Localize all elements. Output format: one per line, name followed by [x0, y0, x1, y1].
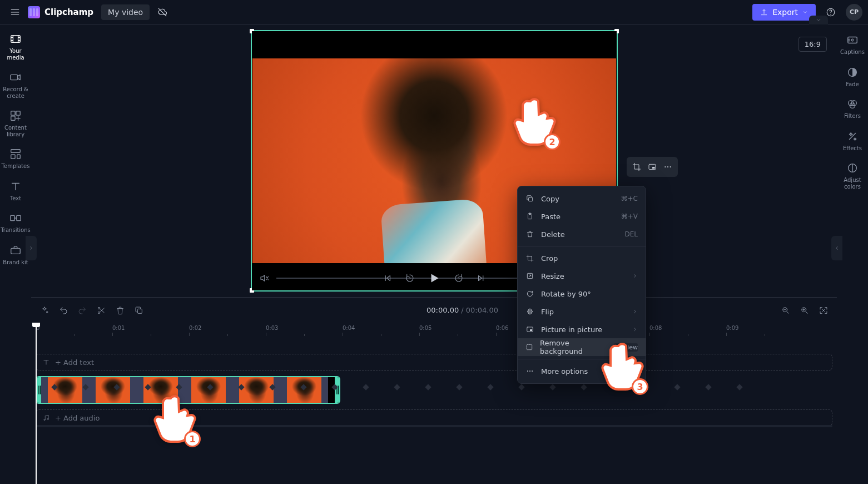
ruler-tick-label: 0:05 — [419, 325, 431, 331]
pip-icon — [525, 325, 534, 334]
svg-rect-12 — [11, 248, 21, 254]
sidebar-label: Transitions — [1, 227, 31, 234]
ctx-label: Crop — [541, 254, 558, 263]
pip-button[interactable] — [644, 159, 660, 175]
play-button[interactable] — [425, 269, 443, 287]
timeline-toolbar: 00:00.00 / 00:04.00 — [31, 297, 837, 323]
ctx-label: Paste — [541, 213, 561, 221]
ctx-resize[interactable]: Resize — [518, 267, 646, 285]
sidebar-label: Brand kit — [3, 259, 28, 266]
sidebar-label: Fade — [846, 81, 859, 88]
user-avatar[interactable]: CP — [846, 4, 862, 21]
svg-rect-32 — [530, 329, 532, 331]
right-rail-expand-toggle[interactable] — [831, 236, 842, 260]
svg-point-18 — [667, 166, 668, 167]
ctx-rotate[interactable]: Rotate by 90° — [518, 285, 646, 303]
svg-rect-2 — [11, 36, 21, 43]
ruler-tick-label: 0:03 — [266, 325, 278, 331]
sidebar-item-your-media[interactable]: Your media — [1, 29, 30, 64]
sidebar-item-transitions[interactable]: Transitions — [1, 208, 30, 237]
ruler-tick-label: 0:09 — [726, 325, 738, 331]
skip-start-button[interactable] — [381, 271, 394, 285]
briefcase-icon — [9, 244, 22, 257]
zoom-in-button[interactable] — [797, 303, 812, 318]
ctx-label: Copy — [541, 195, 559, 203]
ctx-pip[interactable]: Picture in picture — [518, 320, 646, 338]
resize-icon — [525, 271, 534, 280]
svg-rect-8 — [11, 155, 15, 159]
rewind-5-button[interactable]: 5 — [403, 271, 416, 285]
redo-button[interactable] — [75, 303, 90, 318]
ctx-paste[interactable]: Paste ⌘+V — [518, 208, 646, 225]
sidebar-item-record-create[interactable]: Record & create — [1, 67, 30, 102]
ctx-copy[interactable]: Copy ⌘+C — [518, 190, 646, 208]
skip-end-button[interactable] — [474, 271, 488, 285]
ctx-crop[interactable]: Crop — [518, 249, 646, 267]
sidebar-item-adjust-colors[interactable]: Adjust colors — [838, 158, 867, 193]
add-audio-label: + Add audio — [55, 414, 100, 422]
time-ruler[interactable]: 0 0:01 0:02 0:03 0:04 0:05 0:06 0:07 0:0… — [36, 325, 832, 339]
sidebar-item-content-library[interactable]: Content library — [1, 106, 30, 141]
ctx-delete[interactable]: Delete DEL — [518, 225, 646, 243]
ctx-remove-background[interactable]: Remove background Preview — [518, 338, 646, 356]
ctx-separator — [518, 246, 646, 246]
zoom-fit-button[interactable] — [816, 303, 831, 318]
playhead[interactable] — [36, 323, 37, 484]
svg-rect-27 — [529, 197, 533, 201]
cloud-sync-off-icon[interactable] — [153, 3, 172, 22]
undo-button[interactable] — [56, 303, 71, 318]
svg-point-19 — [669, 166, 671, 167]
timeline: 0 0:01 0:02 0:03 0:04 0:05 0:06 0:07 0:0… — [31, 323, 837, 484]
more-button[interactable] — [660, 159, 676, 175]
forward-5-button[interactable]: 5 — [452, 271, 465, 285]
ctx-label: Delete — [541, 230, 565, 239]
ruler-tick-label: 0:04 — [343, 325, 355, 331]
svg-point-35 — [529, 371, 530, 372]
add-text-label: + Add text — [55, 358, 94, 367]
rotate-icon — [525, 289, 534, 298]
time-sep: / — [459, 306, 466, 314]
sidebar-label: Content library — [1, 125, 30, 137]
svg-rect-5 — [16, 111, 20, 115]
ai-magic-button[interactable] — [37, 303, 52, 318]
copy-icon — [525, 194, 534, 203]
crop-button[interactable] — [629, 159, 644, 175]
ctx-flip[interactable]: Flip — [518, 303, 646, 320]
preview-area: 16:9 5 5 — [31, 24, 837, 297]
export-button[interactable]: Export — [752, 4, 816, 21]
aspect-ratio-selector[interactable]: 16:9 — [798, 37, 827, 52]
sidebar-label: Templates — [2, 163, 30, 170]
ruler-tick-label: 0:08 — [649, 325, 662, 331]
sidebar-item-effects[interactable]: Effects — [838, 126, 867, 155]
ctx-label: Flip — [541, 308, 554, 316]
sidebar-item-text[interactable]: Text — [1, 176, 30, 205]
mute-button[interactable] — [257, 271, 271, 285]
transitions-icon — [9, 211, 22, 225]
sidebar-label: Your media — [1, 48, 30, 61]
sidebar-item-captions[interactable]: Captions — [838, 30, 867, 59]
add-audio-track[interactable]: + Add audio — [36, 409, 832, 426]
sidebar-item-templates[interactable]: Templates — [1, 144, 30, 173]
svg-rect-11 — [17, 215, 21, 220]
ctx-more-options[interactable]: More options — [518, 362, 646, 380]
current-time: 00:00.00 — [426, 306, 459, 314]
duplicate-button[interactable] — [131, 303, 147, 318]
canvas-floating-toolbar — [627, 157, 678, 177]
project-name[interactable]: My video — [101, 4, 150, 20]
sidebar-item-fade[interactable]: Fade — [838, 62, 867, 91]
ctx-label: Picture in picture — [541, 325, 602, 334]
delete-button[interactable] — [112, 303, 128, 318]
chevron-right-icon — [632, 273, 638, 279]
hamburger-menu-button[interactable] — [6, 3, 24, 22]
svg-rect-7 — [11, 150, 21, 153]
split-button[interactable] — [93, 303, 109, 318]
zoom-out-button[interactable] — [778, 303, 793, 318]
sidebar-label: Adjust colors — [838, 177, 867, 190]
timeline-scrollbar[interactable] — [36, 425, 832, 427]
timeline-collapse-toggle[interactable] — [809, 16, 828, 24]
sidebar-label: Record & create — [1, 86, 30, 99]
captions-icon — [846, 33, 859, 47]
text-icon — [9, 180, 22, 193]
sidebar-item-filters[interactable]: Filters — [838, 94, 867, 123]
add-text-track[interactable]: + Add text — [36, 354, 832, 371]
